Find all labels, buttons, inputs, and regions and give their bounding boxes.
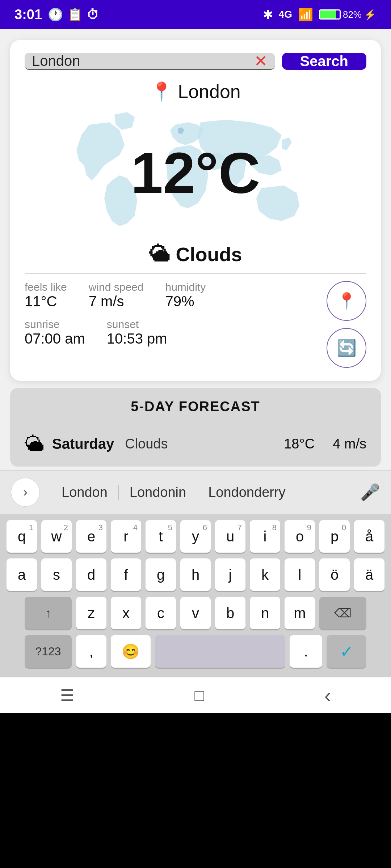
space-key[interactable] xyxy=(155,635,285,668)
key-q[interactable]: q1 xyxy=(7,520,37,553)
key-b[interactable]: b xyxy=(215,597,245,629)
key-v[interactable]: v xyxy=(180,597,211,629)
status-icons: 🕐 📋 ⏱ xyxy=(48,7,99,22)
action-buttons: 📍 🔄 xyxy=(327,281,366,368)
refresh-icon: 🔄 xyxy=(337,339,357,357)
shift-key[interactable]: ↑ xyxy=(25,597,72,629)
sunrise-item: sunrise 07:00 am xyxy=(25,318,85,347)
key-w[interactable]: w2 xyxy=(41,520,72,553)
key-s[interactable]: s xyxy=(41,558,72,591)
clear-button[interactable]: ✕ xyxy=(254,53,268,69)
key-m[interactable]: m xyxy=(285,597,315,629)
key-y[interactable]: y6 xyxy=(180,520,211,553)
home-nav-button[interactable]: □ xyxy=(194,686,204,705)
clock-icon: 🕐 xyxy=(48,7,63,22)
notification-icon: 📋 xyxy=(67,7,83,22)
vpn-icon: ⏱ xyxy=(87,8,99,22)
weather-card: ✕ Search 📍 London xyxy=(10,40,381,381)
sunset-value: 10:53 pm xyxy=(107,331,167,347)
humidity-item: humidity 79% xyxy=(165,281,206,310)
suggestion-londonderry[interactable]: Londonderry xyxy=(197,485,296,500)
key-a[interactable]: a xyxy=(7,558,37,591)
sunset-label: sunset xyxy=(107,318,167,331)
key-j[interactable]: j xyxy=(215,558,245,591)
wind-speed-item: wind speed 7 m/s xyxy=(89,281,144,310)
battery-indicator: 82% ⚡ xyxy=(319,9,377,21)
details-left: feels like 11°C wind speed 7 m/s humidit… xyxy=(25,281,319,368)
forecast-condition: Clouds xyxy=(125,436,168,452)
menu-nav-button[interactable]: ☰ xyxy=(60,686,74,705)
key-aa[interactable]: å xyxy=(354,520,384,553)
confirm-key[interactable]: ✓ xyxy=(327,635,366,668)
key-period[interactable]: . xyxy=(290,635,322,668)
location-title: 📍 London xyxy=(25,81,366,102)
condition-cloud-icon: 🌥 xyxy=(149,242,170,266)
sunrise-value: 07:00 am xyxy=(25,331,85,347)
location-btn-icon: 📍 xyxy=(337,292,357,310)
key-i[interactable]: i8 xyxy=(250,520,280,553)
key-e[interactable]: e3 xyxy=(76,520,106,553)
autocomplete-expand-button[interactable]: › xyxy=(11,478,40,507)
key-oe[interactable]: ö xyxy=(319,558,350,591)
back-nav-button[interactable]: ‹ xyxy=(324,684,331,707)
sunrise-label: sunrise xyxy=(25,318,85,331)
bluetooth-icon: ✱ xyxy=(263,7,273,22)
suggestion-londonin[interactable]: Londonin xyxy=(119,485,197,500)
battery-percent: 82% xyxy=(343,9,362,20)
expand-icon: › xyxy=(23,485,28,500)
key-k[interactable]: k xyxy=(250,558,280,591)
forecast-temp: 18°C xyxy=(284,436,315,452)
location-button[interactable]: 📍 xyxy=(327,281,366,321)
search-input[interactable] xyxy=(32,53,254,69)
key-x[interactable]: x xyxy=(111,597,141,629)
key-ae[interactable]: ä xyxy=(354,558,384,591)
emoji-key[interactable]: 😊 xyxy=(111,635,151,668)
key-r[interactable]: r4 xyxy=(111,520,141,553)
suggestion-london[interactable]: London xyxy=(51,485,119,500)
key-c[interactable]: c xyxy=(146,597,176,629)
location-pin-icon: 📍 xyxy=(150,81,173,102)
backspace-key[interactable]: ⌫ xyxy=(319,597,366,629)
humidity-value: 79% xyxy=(165,293,206,310)
search-input-wrap[interactable]: ✕ xyxy=(25,53,275,70)
symbols-key[interactable]: ?123 xyxy=(25,635,72,668)
forecast-day: Saturday xyxy=(52,436,114,452)
status-time: 3:01 xyxy=(14,7,42,22)
keyboard-row-1: q1 w2 e3 r4 t5 y6 u7 i8 o9 p0 å xyxy=(4,520,387,553)
autocomplete-suggestions: London Londonin Londonderry xyxy=(51,485,353,500)
key-g[interactable]: g xyxy=(146,558,176,591)
humidity-label: humidity xyxy=(165,281,206,293)
keyboard-row-3: ↑ z x c v b n m ⌫ xyxy=(4,597,387,629)
search-button[interactable]: Search xyxy=(282,53,366,70)
network-type: 4G xyxy=(279,9,292,20)
key-h[interactable]: h xyxy=(180,558,211,591)
map-container: 12°C xyxy=(25,110,366,236)
temperature-display: 12°C xyxy=(131,140,260,205)
feels-like-item: feels like 11°C xyxy=(25,281,67,310)
forecast-section: 5-DAY FORECAST 🌥 Saturday Clouds 18°C 4 … xyxy=(10,388,381,467)
main-content: ✕ Search 📍 London xyxy=(0,29,391,713)
detail-row-2: sunrise 07:00 am sunset 10:53 pm xyxy=(25,318,319,347)
key-l[interactable]: l xyxy=(285,558,315,591)
refresh-button[interactable]: 🔄 xyxy=(327,328,366,368)
key-z[interactable]: z xyxy=(76,597,106,629)
key-comma[interactable]: , xyxy=(76,635,106,668)
wind-speed-value: 7 m/s xyxy=(89,293,144,310)
key-t[interactable]: t5 xyxy=(146,520,176,553)
status-right-icons: ✱ 4G 📶 82% ⚡ xyxy=(263,7,377,22)
forecast-row: 🌥 Saturday Clouds 18°C 4 m/s xyxy=(25,432,366,456)
key-u[interactable]: u7 xyxy=(215,520,245,553)
search-row: ✕ Search xyxy=(25,53,366,70)
key-d[interactable]: d xyxy=(76,558,106,591)
key-f[interactable]: f xyxy=(111,558,141,591)
city-name: London xyxy=(178,81,241,102)
key-p[interactable]: p0 xyxy=(319,520,350,553)
forecast-divider xyxy=(25,422,366,422)
signal-icon: 📶 xyxy=(298,7,313,22)
microphone-button[interactable]: 🎤 xyxy=(360,483,380,502)
keyboard-row-4: ?123 , 😊 . ✓ xyxy=(4,635,387,668)
key-n[interactable]: n xyxy=(250,597,280,629)
key-o[interactable]: o9 xyxy=(285,520,315,553)
battery-fill xyxy=(320,10,336,18)
keyboard-row-2: a s d f g h j k l ö ä xyxy=(4,558,387,591)
